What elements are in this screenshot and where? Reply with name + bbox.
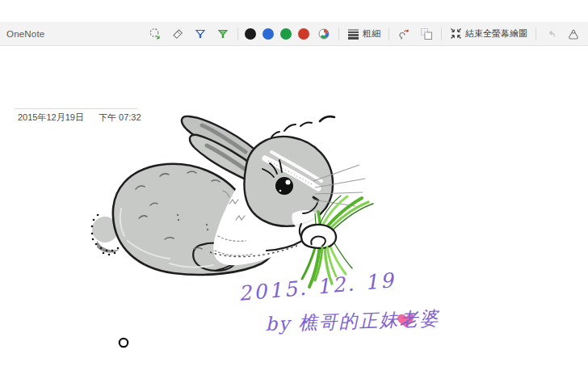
- toolbar-separator: [237, 27, 238, 40]
- app-title: OneNote: [6, 29, 44, 39]
- thickness-button[interactable]: 粗細: [346, 27, 382, 40]
- desktop-background: [0, 0, 588, 22]
- toolbar-separator: [388, 27, 389, 40]
- feedback-button[interactable]: [565, 27, 582, 41]
- stray-ink-circle: [120, 339, 128, 347]
- lasso-select-button[interactable]: [147, 27, 163, 41]
- undo-button[interactable]: [543, 27, 559, 41]
- screen-clip-icon: [420, 27, 433, 40]
- color-red-button[interactable]: [298, 28, 309, 40]
- eraser-button[interactable]: [170, 27, 186, 41]
- drawing-toolbar: OneNote: [0, 22, 588, 46]
- undo-icon: [544, 27, 557, 40]
- exit-fullscreen-label: 結束全螢幕繪圖: [465, 27, 527, 40]
- eraser-icon: [171, 27, 184, 40]
- thickness-label: 粗細: [363, 27, 380, 40]
- palette-icon: [317, 27, 330, 40]
- toolbar-separator: [536, 27, 536, 40]
- color-black-button[interactable]: [245, 28, 256, 40]
- exit-fullscreen-icon: [450, 27, 462, 40]
- thickness-icon: [347, 28, 359, 40]
- more-colors-button[interactable]: [316, 27, 332, 41]
- toolbar-separator: [441, 27, 442, 40]
- drawing-canvas[interactable]: 2015年12月19日下午 07:32: [0, 47, 588, 392]
- feedback-balloon-icon: [567, 27, 580, 40]
- pen-button[interactable]: [192, 27, 208, 41]
- highlighter-icon: [216, 27, 229, 40]
- toolbar-separator: [338, 27, 339, 40]
- screen-clip-button[interactable]: [418, 27, 435, 41]
- ink-convert-button[interactable]: [396, 27, 412, 41]
- color-blue-button[interactable]: [262, 28, 274, 40]
- ink-convert-icon: [397, 27, 410, 40]
- highlighter-button[interactable]: [215, 27, 231, 41]
- pen-icon: [194, 27, 207, 40]
- head-fur-tufts: [271, 116, 334, 137]
- exit-fullscreen-button[interactable]: 結束全螢幕繪圖: [448, 27, 529, 40]
- ink-drawing: [0, 93, 588, 392]
- rabbit-drawing: [91, 116, 373, 287]
- color-green-button[interactable]: [280, 28, 292, 40]
- lasso-select-icon: [149, 27, 162, 40]
